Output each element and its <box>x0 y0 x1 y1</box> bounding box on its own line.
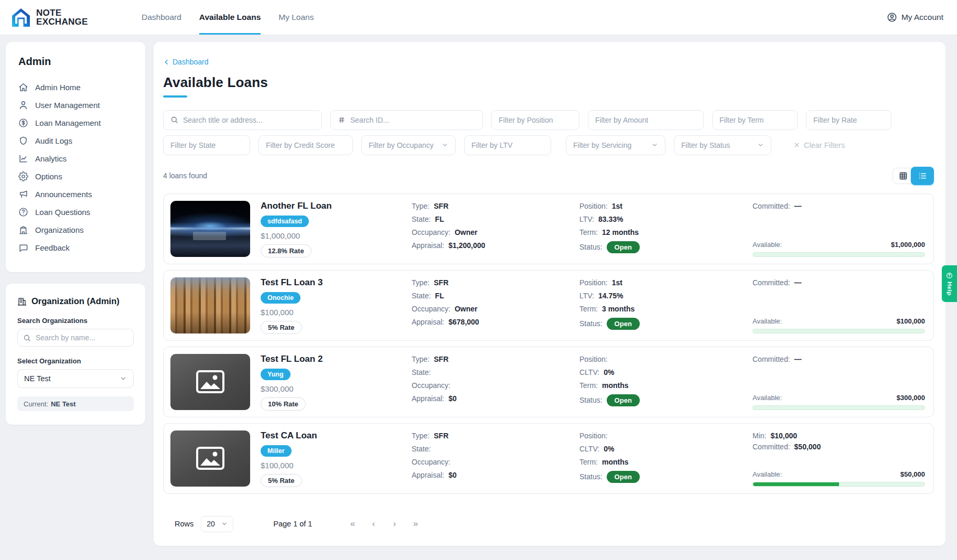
filter-amount-input[interactable] <box>595 116 696 124</box>
rows-per-page-select[interactable]: 20 <box>201 516 233 532</box>
image-placeholder-icon <box>196 446 225 470</box>
sidebar-item-user-management[interactable]: User Management <box>18 96 133 114</box>
organization-search-input[interactable] <box>36 333 128 342</box>
sidebar-item-announcements[interactable]: Announcements <box>18 185 133 203</box>
loan-amount: $100,000 <box>261 308 294 317</box>
search-id-input[interactable] <box>350 116 476 124</box>
first-page-button[interactable]: « <box>346 517 359 531</box>
next-page-button[interactable]: › <box>388 517 401 531</box>
sidebar-item-audit-logs[interactable]: Audit Logs <box>18 132 133 149</box>
loan-image <box>170 277 250 333</box>
title-accent-bar <box>163 95 187 98</box>
loan-details: Type:SFRState:FLOccupancy:OwnerAppraisal… <box>412 201 569 257</box>
filter-ltv-field[interactable] <box>464 135 551 155</box>
filter-term-field[interactable] <box>712 110 798 130</box>
loan-summary: Test CA Loan Miller $100,000 5% Rate <box>261 430 401 487</box>
chevron-down-icon <box>757 142 764 148</box>
loan-field: Appraisal:$678,000 <box>412 318 569 326</box>
list-view-button[interactable] <box>911 167 934 185</box>
loan-summary: Test FL Loan 3 Onochie $100,000 5% Rate <box>261 277 401 333</box>
loan-owner-badge: Onochie <box>261 292 300 304</box>
organization-select[interactable]: NE Test <box>17 369 134 388</box>
last-page-button[interactable]: » <box>408 517 422 531</box>
select-organization-label: Select Organization <box>17 357 134 365</box>
page-title: Available Loans <box>163 74 934 91</box>
filter-credit-score-input[interactable] <box>266 141 346 149</box>
filter-state-input[interactable] <box>170 141 243 149</box>
sidebar-item-options[interactable]: Options <box>18 167 133 185</box>
clear-filters-button[interactable]: Clear Filters <box>793 135 845 155</box>
organization-section-title: Organization (Admin) <box>17 296 134 306</box>
filter-rate-input[interactable] <box>813 116 884 124</box>
sidebar-item-admin-home[interactable]: Admin Home <box>18 78 133 96</box>
filter-amount-field[interactable] <box>588 110 704 130</box>
results-bar: 4 loans found <box>163 167 934 185</box>
organization-search-field[interactable] <box>17 329 134 347</box>
filter-rate-field[interactable] <box>806 110 891 130</box>
loan-field: Occupancy: <box>412 458 569 466</box>
loan-card[interactable]: Another FL Loan sdfdsafasd $1,000,000 12… <box>163 193 934 264</box>
sidebar-item-loan-management[interactable]: Loan Management <box>18 114 133 132</box>
nav-tab-available-loans[interactable]: Available Loans <box>199 0 261 35</box>
megaphone-icon <box>18 189 28 199</box>
filter-servicing-select[interactable]: Filter by Servicing <box>566 135 665 155</box>
nav-tab-dashboard[interactable]: Dashboard <box>142 0 181 35</box>
question-circle-icon <box>18 207 28 217</box>
filter-status-select[interactable]: Filter by Status <box>674 135 771 155</box>
nav-tab-my-loans[interactable]: My Loans <box>278 0 314 35</box>
sidebar-item-label: Organizations <box>35 225 84 234</box>
loan-field: Committed:— <box>752 355 925 363</box>
hash-icon <box>338 116 346 124</box>
filter-row-1 <box>163 110 934 130</box>
loan-terms: Position:1stLTV:14.75%Term:3 months Stat… <box>579 277 742 333</box>
previous-page-button[interactable]: ‹ <box>367 517 380 531</box>
loan-card[interactable]: Test FL Loan 3 Onochie $100,000 5% Rate … <box>163 270 934 341</box>
loan-status-row: Status: Open <box>579 318 742 330</box>
sidebar-item-organizations[interactable]: Organizations <box>18 221 133 239</box>
sidebar-item-label: Loan Questions <box>35 208 90 217</box>
loan-field: Position:1st <box>579 202 742 210</box>
filter-credit-score-field[interactable] <box>259 135 353 155</box>
help-button[interactable]: Help <box>942 265 957 302</box>
rows-label: Rows <box>175 520 193 528</box>
loan-summary: Another FL Loan sdfdsafasd $1,000,000 12… <box>261 201 401 257</box>
loan-card[interactable]: Test CA Loan Miller $100,000 5% Rate Typ… <box>163 423 934 494</box>
filter-ltv-input[interactable] <box>471 141 544 149</box>
loan-field: LTV:14.75% <box>579 292 742 300</box>
status-badge: Open <box>607 241 640 253</box>
filter-position-input[interactable] <box>499 116 572 124</box>
grid-view-button[interactable] <box>893 168 913 184</box>
status-badge: Open <box>607 318 640 330</box>
filter-position-field[interactable] <box>491 110 579 130</box>
user-icon <box>18 100 28 110</box>
loan-rate-pill: 5% Rate <box>261 474 302 487</box>
search-title-field[interactable] <box>163 110 322 130</box>
sidebar-item-analytics[interactable]: Analytics <box>18 149 133 167</box>
chat-icon <box>18 243 28 253</box>
filter-state-field[interactable] <box>163 135 250 155</box>
loan-title: Test CA Loan <box>261 430 317 441</box>
my-account-button[interactable]: My Account <box>887 0 957 35</box>
loan-field: Appraisal:$1,200,000 <box>412 241 569 250</box>
sidebar-item-label: Audit Logs <box>35 136 72 145</box>
loan-card[interactable]: Test FL Loan 2 Yung $300,000 10% Rate Ty… <box>163 347 934 417</box>
loan-funding: Min:$10,000Committed:$50,000 Available: … <box>752 430 925 487</box>
sidebar-item-feedback[interactable]: Feedback <box>18 239 133 256</box>
loan-title: Another FL Loan <box>261 201 332 211</box>
loan-amount: $1,000,000 <box>261 231 300 240</box>
filter-term-input[interactable] <box>719 116 790 124</box>
search-title-input[interactable] <box>183 116 315 124</box>
filter-occupancy-select[interactable]: Filter by Occupancy <box>361 135 456 155</box>
search-id-field[interactable] <box>330 110 483 130</box>
list-icon <box>918 171 927 180</box>
loan-field: Committed:— <box>752 202 925 210</box>
sidebar-item-loan-questions[interactable]: Loan Questions <box>18 203 133 221</box>
breadcrumb[interactable]: Dashboard <box>163 58 209 66</box>
brand-logo[interactable]: NOTE EXCHANGE <box>0 0 142 35</box>
search-icon <box>170 116 178 124</box>
loan-field: Term:months <box>579 458 742 466</box>
user-circle-icon <box>887 12 897 23</box>
loan-funding: Committed:— Available: $1,000,000 <box>752 201 925 257</box>
pagination: Rows 20 Page 1 of 1 « ‹ › » <box>163 516 934 532</box>
pager-buttons: « ‹ › » <box>346 517 422 531</box>
